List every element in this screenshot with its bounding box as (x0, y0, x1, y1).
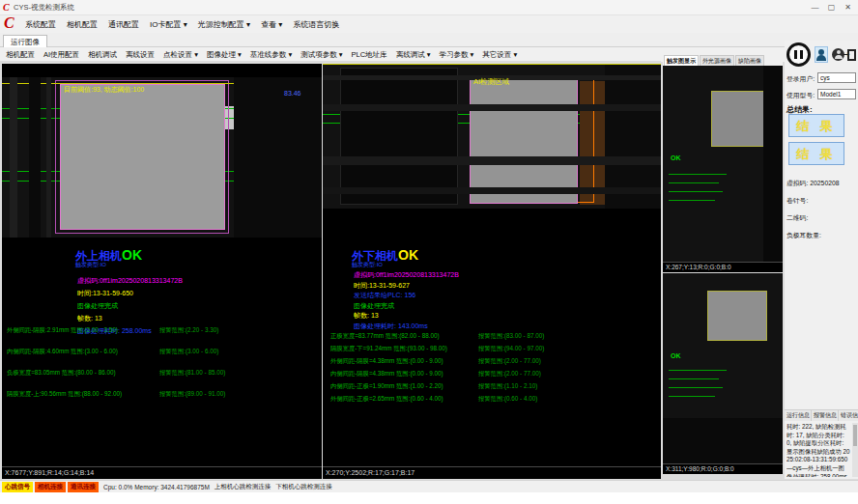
measure-value: 负极宽度=83.05mm 范围:(80.00 - 86.00) (7, 369, 159, 378)
result-text-line (669, 182, 719, 183)
thumb-tab-1[interactable]: 外光源画像 (700, 55, 734, 66)
camera-panel-upper[interactable]: 目前阈值:93, 动态阈值:100 83.46 外上相机OK 触发类型:IO 虚… (2, 64, 322, 479)
info-tab-0[interactable]: 运行信息 (786, 410, 812, 421)
app-window: C CYS-视觉检测系统 — ▢ ✕ C 系统配置相机配置通讯配置IO卡配置 ▾… (0, 0, 858, 492)
user-login-button[interactable] (815, 46, 828, 63)
toolbar-item-4[interactable]: 点检设置 ▾ (163, 50, 198, 60)
toolbar-item-2[interactable]: 相机调试 (88, 50, 117, 60)
result-text-line (669, 396, 715, 397)
pause-icon (794, 50, 797, 59)
cursor-coordinates: X:270;Y:2502;R:17;G:17;B:17 (323, 466, 661, 479)
measure-alarm-range: 报警范围:(3.00 - 6.00) (159, 348, 218, 356)
machine-stripe (29, 77, 41, 238)
toolbar-item-10[interactable]: 学习参数 ▾ (439, 50, 473, 60)
thumb-tab-2[interactable]: 缺陷画像 (735, 55, 764, 66)
upper-camera-heartbeat: 上相机心跳检测连接 (214, 483, 272, 491)
process-time: 图像处理耗时: 143.00ms (354, 322, 605, 332)
status-ok: OK (671, 352, 681, 359)
maximize-button[interactable]: ▢ (823, 0, 840, 14)
timestamp: 时间:13-31-59-627 (354, 281, 605, 292)
login-user-input[interactable]: cys (817, 72, 856, 83)
machine-area (234, 77, 322, 238)
frame-count: 帧数: 13 (77, 312, 322, 324)
exit-arrow-icon: → (843, 49, 850, 59)
cpu-memory-status: Cpu: 0.0% Memory: 3424.41796875M (103, 484, 210, 490)
toolbar-item-11[interactable]: 其它设置 ▾ (482, 50, 517, 60)
measure-row-3: 隔膜宽度-上:90.56mm 范围:(88.00 - 92.00)报警范围:(8… (7, 390, 320, 411)
trigger-type-label: 触发类型:IO (352, 261, 383, 269)
result-text-line (669, 387, 723, 388)
sidebar-field-0: 虚拟码:20250208 (786, 172, 856, 189)
measure-value: 隔膜宽度-下=91.24mm 范围:(93.00 - 98.00) (330, 345, 478, 353)
measure-value: 外侧间距-正极=2.65mm 范围:(0.60 - 4.00) (330, 395, 478, 404)
window-title: CYS-视觉检测系统 (14, 3, 74, 13)
toolbar-item-8[interactable]: PLC地址库 (352, 50, 387, 60)
toolbar-item-9[interactable]: 离线调试 ▾ (396, 50, 431, 60)
measure-alarm-range: 报警范围:(1.10 - 2.10) (478, 382, 537, 391)
tab-strip: 运行图像 (0, 33, 858, 47)
measure-row-0: 外侧间距-隔膜:2.91mm 范围:(2.00 - 3.50)报警范围:(2.2… (7, 326, 320, 348)
status-ok: OK (122, 247, 142, 263)
measure-value: 内侧间距-正极=1.90mm 范围:(1.00 - 2.20) (330, 382, 478, 391)
measure-value: 内侧间距-隔膜:4.60mm 范围:(3.00 - 6.00) (7, 348, 159, 356)
result-text-line (669, 370, 727, 371)
pause-button[interactable] (786, 42, 811, 67)
measure-alarm-range: 报警范围:(89.00 - 91.00) (159, 390, 225, 399)
status-badge-1: 相机连接 (35, 482, 66, 492)
measure-alarm-range: 报警范围:(2.00 - 77.00) (478, 357, 541, 366)
measurement-list: 外侧间距-隔膜:2.91mm 范围:(2.00 - 3.50)报警范围:(2.2… (7, 326, 320, 411)
menu-item-3[interactable]: IO卡配置 ▾ (150, 19, 187, 30)
toolbar-item-7[interactable]: 测试项参数 ▾ (300, 50, 342, 60)
plc-send: 发送结果给PLC: 156 (354, 291, 605, 301)
model-input[interactable]: Model1 (817, 89, 856, 99)
menu-item-4[interactable]: 光源控制配置 ▾ (198, 19, 250, 30)
menu-items: 系统配置相机配置通讯配置IO卡配置 ▾光源控制配置 ▾查看 ▾系统语言切换 (25, 19, 339, 30)
threshold-label: 目前阈值:93, 动态阈值:100 (64, 85, 144, 95)
minimize-button[interactable]: — (807, 0, 823, 14)
status-badge-2: 通讯连接 (68, 482, 99, 492)
pause-icon (800, 50, 803, 59)
result-text-line (669, 200, 715, 201)
info-tab-2[interactable]: 错误信息 (840, 410, 858, 421)
thumbnail-tabs: 触发图显示外光源画像缺陷画像 (663, 54, 783, 66)
menu-item-6[interactable]: 系统语言切换 (293, 19, 339, 30)
tab-run-image[interactable]: 运行图像 (3, 35, 47, 48)
result-text-line (669, 174, 727, 175)
field-label: 卷针号: (786, 197, 808, 204)
measure-row-2: 负极宽度=83.05mm 范围:(80.00 - 86.00)报警范围:(81.… (7, 369, 320, 390)
logout-button[interactable]: → (844, 46, 858, 63)
toolbar-item-6[interactable]: 基准线参数 ▾ (250, 50, 292, 60)
measure-alarm-range: 报警范围:(2.00 - 77.00) (478, 370, 541, 378)
close-button[interactable]: ✕ (840, 0, 856, 14)
thumbnail-trigger-lower[interactable]: OK X:311;Y:980;R:0;G:0;B:0 (663, 273, 783, 474)
sidebar-fields: 虚拟码:20250208卷针号:二维码:负极耳数量: (786, 172, 856, 241)
machine-stripe (663, 418, 783, 463)
log-scrollbar-thumb[interactable] (853, 425, 857, 446)
toolbar-item-1[interactable]: AI使用配置 (43, 50, 79, 60)
menu-item-5[interactable]: 查看 ▾ (261, 19, 282, 30)
thumb-tab-0[interactable]: 触发图显示 (664, 55, 699, 66)
toolbar-item-5[interactable]: 图像处理 ▾ (207, 50, 242, 60)
measure-row-5: 外侧间距-正极=2.65mm 范围:(0.60 - 4.00)报警范围:(0.6… (330, 395, 659, 407)
cursor-coordinates: X:311;Y:980;R:0;G:0;B:0 (663, 463, 783, 474)
toolbar-item-3[interactable]: 离线设置 (126, 50, 155, 60)
toolbar-item-0[interactable]: 相机配置 (6, 50, 35, 60)
menu-item-1[interactable]: 相机配置 (67, 19, 98, 30)
cursor-coordinates: X:267;Y:13;R:0;G:0;B:0 (663, 262, 783, 272)
status-badges: 心跳信号相机连接通讯连接 (2, 482, 99, 492)
window-controls: — ▢ ✕ (807, 0, 856, 15)
app-logo-icon: C (3, 2, 10, 13)
camera-panel-lower[interactable]: AI检测区域 外下相机OK 触发类型:IO 虚拟码:0ff1im20250208… (323, 64, 661, 479)
run-log-text: 耗时: 222, 缺陷检测耗时: 17, 缺陷分类耗时: 0, 缺陷提取分区耗时… (786, 423, 850, 477)
menu-item-2[interactable]: 通讯配置 (108, 19, 139, 30)
log-scrollbar[interactable] (852, 423, 858, 477)
model-label: 使用型号: (786, 91, 815, 100)
info-tab-1[interactable]: 报警信息 (813, 410, 839, 421)
thumbnail-image: OK (663, 66, 783, 262)
status-bar: 心跳信号相机连接通讯连接 Cpu: 0.0% Memory: 3424.4179… (0, 480, 858, 492)
measure-value: 正极宽度=83.77mm 范围:(82.00 - 88.00) (330, 332, 478, 341)
menu-item-0[interactable]: 系统配置 (25, 19, 56, 30)
result-text-line (669, 378, 719, 379)
field-label: 负极耳数量: (786, 232, 821, 238)
thumbnail-trigger-upper[interactable]: OK X:267;Y:13;R:0;G:0;B:0 (663, 66, 783, 272)
